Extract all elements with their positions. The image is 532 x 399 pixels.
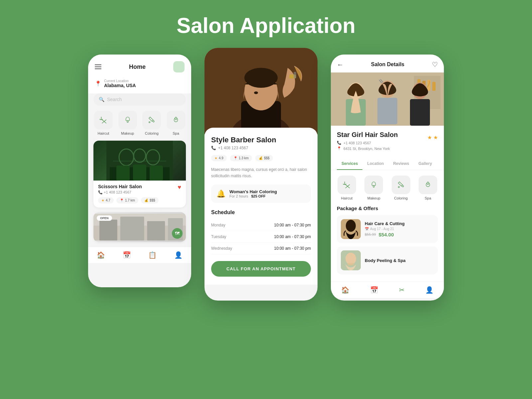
schedule-title: Schedule xyxy=(211,209,311,215)
star-icon-2: ★ xyxy=(214,156,217,160)
spa-icon xyxy=(167,111,185,129)
star-1: ★ xyxy=(427,134,432,141)
details-salon-name: Star Girl Hair Salon xyxy=(337,131,398,139)
details-nav-calendar[interactable]: 📅 xyxy=(370,286,378,294)
call-appointment-button[interactable]: CALL FOR AN APPOINTMENT xyxy=(211,261,311,277)
barber-content: Style Barber Salon 📞 +1 408 123 4567 ★ 4… xyxy=(204,128,318,285)
details-salon-info: Star Girl Hair Salon 📞 +1 408 123 4567 📍… xyxy=(331,126,444,157)
salon-card-body-1: Scissors Hair Salon 📞 +1 408 123 4567 ♥ … xyxy=(93,181,186,207)
svg-point-24 xyxy=(254,91,258,94)
schedule-tuesday: Tuesday 10:00 am - 07:30 pm xyxy=(211,231,311,243)
rating-badge: ★ 4.7 xyxy=(98,197,114,203)
service-makeup[interactable]: Makeup xyxy=(364,176,384,200)
barber-meta: ★ 4.9 📍 1.3 km 💰 $$$ xyxy=(211,155,311,161)
day-monday: Monday xyxy=(211,223,225,227)
promo-sub: For 2 hours $25 OFF xyxy=(229,194,277,198)
package-price-1: $55.99 $54.00 xyxy=(365,232,434,237)
bell-icon: 🔔 xyxy=(216,190,225,198)
nav-profile[interactable]: 👤 xyxy=(174,251,183,259)
location-value: Alabama, USA xyxy=(104,83,136,88)
price-badge: 💰 $$$ xyxy=(141,197,159,203)
location-icon-sm: 📍 xyxy=(120,199,124,202)
package-name-1: Hair Care & Cutting xyxy=(365,221,434,226)
svg-rect-10 xyxy=(116,166,130,181)
spa-label: Spa xyxy=(173,131,179,135)
category-haircut[interactable]: Haircut xyxy=(93,111,113,135)
service-spa-icon xyxy=(419,176,437,194)
salon-image-2: OPEN 🗺 xyxy=(93,212,186,242)
promo-card: 🔔 Woman's Hair Coloring For 2 hours $25 … xyxy=(211,185,311,203)
svg-rect-37 xyxy=(377,98,397,124)
phone-details: ← Salon Details ♡ xyxy=(331,55,444,301)
service-coloring[interactable]: Coloring xyxy=(391,176,411,200)
back-button[interactable]: ← xyxy=(337,61,343,68)
salon-card-1[interactable]: Scissors Hair Salon 📞 +1 408 123 4567 ♥ … xyxy=(93,141,186,207)
service-spa-label: Spa xyxy=(425,196,431,200)
distance-badge: 📍 1.7 km xyxy=(116,197,138,203)
schedule-section: Schedule Monday 10:00 am - 07:30 pm Tues… xyxy=(211,209,311,254)
map-button[interactable]: 🗺 xyxy=(172,228,183,239)
svg-rect-17 xyxy=(147,221,165,240)
location-label: Current Location xyxy=(104,79,136,83)
tab-gallery[interactable]: Gallery xyxy=(414,157,437,170)
package-card-2[interactable]: Body Peeling & Spa xyxy=(337,246,438,274)
svg-point-45 xyxy=(398,187,399,188)
nav-calendar[interactable]: 📅 xyxy=(123,251,131,259)
day-wednesday: Wednesday xyxy=(211,246,232,251)
package-name-2: Body Peeling & Spa xyxy=(365,258,434,263)
salon-image-1 xyxy=(93,141,186,181)
package-image-1 xyxy=(341,219,361,239)
details-nav-home[interactable]: 🏠 xyxy=(341,286,349,294)
barber-description: Maecenas libero magna, cursus eget orci … xyxy=(211,167,311,179)
search-bar[interactable]: 🔍 Search xyxy=(93,93,186,105)
barber-phone: 📞 +1 408 123 4567 xyxy=(211,146,311,150)
bottom-nav: 🏠 📅 📋 👤 xyxy=(88,247,191,263)
favorite-button[interactable]: ♡ xyxy=(432,61,438,68)
package-card-1[interactable]: Hair Care & Cutting 📅 Aug 17 - Aug 21 $5… xyxy=(337,215,438,243)
salon-card-2[interactable]: OPEN 🗺 xyxy=(93,212,186,242)
tab-location[interactable]: Location xyxy=(362,157,388,170)
tab-services[interactable]: Services xyxy=(337,157,362,170)
phone-barber: Style Barber Salon 📞 +1 408 123 4567 ★ 4… xyxy=(204,48,318,301)
details-header: ← Salon Details ♡ xyxy=(331,55,444,72)
search-placeholder: Search xyxy=(107,97,122,102)
category-coloring[interactable]: Coloring xyxy=(142,111,162,135)
category-spa[interactable]: Spa xyxy=(166,111,186,135)
svg-rect-12 xyxy=(150,166,163,181)
svg-rect-15 xyxy=(99,220,117,241)
star-2: ★ xyxy=(433,134,438,141)
favorite-icon[interactable]: ♥ xyxy=(178,184,181,191)
page-title: Salon Application xyxy=(177,13,355,38)
search-icon: 🔍 xyxy=(99,97,104,102)
nav-list[interactable]: 📋 xyxy=(148,251,157,259)
category-makeup[interactable]: Makeup xyxy=(118,111,138,135)
svg-rect-41 xyxy=(410,99,430,126)
service-spa[interactable]: Spa xyxy=(418,176,438,200)
menu-button[interactable] xyxy=(95,65,101,69)
svg-point-47 xyxy=(346,220,356,232)
barber-rating: ★ 4.9 xyxy=(211,155,227,161)
tab-reviews[interactable]: Reviews xyxy=(388,157,414,170)
time-monday: 10:00 am - 07:30 pm xyxy=(274,223,311,227)
details-nav-profile[interactable]: 👤 xyxy=(425,286,434,294)
details-tabs: Services Location Reviews Gallery xyxy=(331,157,444,170)
phones-container: Home 📍 Current Location Alabama, USA 🔍 S… xyxy=(88,55,444,301)
nav-home[interactable]: 🏠 xyxy=(97,251,105,259)
avatar[interactable] xyxy=(173,61,185,72)
salon-name-1: Scissors Hair Salon xyxy=(98,184,142,189)
salon-interior-bg xyxy=(93,141,186,181)
package-info-2: Body Peeling & Spa xyxy=(365,258,434,263)
packages-section: Package & Offers Hair Care & Cutting 📅 xyxy=(331,205,444,282)
open-badge: OPEN xyxy=(97,215,112,221)
details-bottom-nav: 🏠 📅 ✂ 👤 xyxy=(331,282,444,298)
makeup-icon xyxy=(118,111,137,129)
details-nav-services[interactable]: ✂ xyxy=(399,286,405,294)
time-wednesday: 10:00 am - 07:30 pm xyxy=(274,246,311,251)
svg-rect-26 xyxy=(294,72,296,78)
barber-distance: 📍 1.3 km xyxy=(230,155,252,161)
star-icon: ★ xyxy=(101,199,104,202)
details-phone: 📞 +1 408 123 4567 xyxy=(337,141,398,145)
packages-title: Package & Offers xyxy=(337,205,438,211)
service-haircut-icon xyxy=(337,176,356,194)
service-haircut[interactable]: Haircut xyxy=(337,176,357,200)
